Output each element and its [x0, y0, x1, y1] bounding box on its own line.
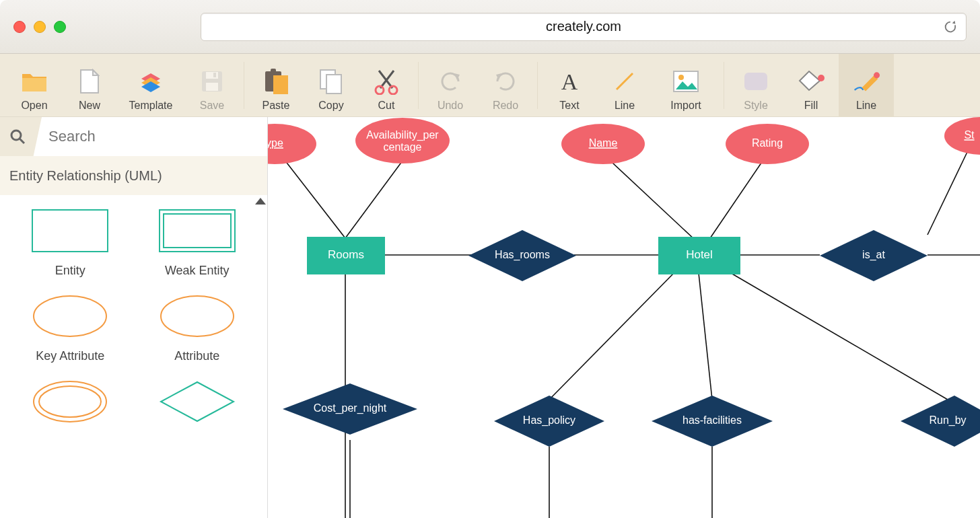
copy-button[interactable]: Copy [304, 54, 359, 117]
window-maximize-button[interactable] [54, 21, 66, 33]
shape-weak-entity[interactable]: Weak Entity [134, 209, 261, 278]
svg-point-26 [39, 386, 101, 417]
search-icon [9, 128, 26, 145]
svg-rect-20 [32, 210, 108, 252]
folder-icon [20, 67, 48, 96]
search-input[interactable] [42, 128, 259, 145]
svg-point-24 [161, 296, 234, 336]
shape-key-attribute[interactable]: Key Attribute [7, 294, 134, 363]
toolbar-label: Import [670, 100, 701, 112]
left-panel: Entity Relationship (UML) Entity Weak En… [0, 117, 268, 518]
redo-icon [491, 67, 520, 96]
toolbar-label: Line [615, 100, 635, 112]
svg-point-16 [818, 75, 825, 81]
paste-button[interactable]: Paste [248, 54, 304, 117]
shape-label: Entity [55, 264, 85, 278]
svg-rect-6 [273, 75, 288, 94]
toolbar-label: Style [744, 100, 768, 112]
fill-button[interactable]: Fill [783, 54, 839, 117]
svg-rect-1 [206, 72, 218, 79]
entity-hotel[interactable]: Hotel [658, 237, 740, 274]
svg-point-14 [678, 75, 684, 80]
svg-point-9 [376, 86, 384, 94]
connector[interactable] [280, 154, 345, 238]
line-tool-button[interactable]: Line [597, 54, 652, 117]
svg-text:Availability_per: Availability_per [366, 129, 439, 141]
text-icon: A [555, 67, 584, 96]
fill-icon [797, 67, 825, 96]
connector[interactable] [603, 154, 695, 240]
toolbar-separator [724, 62, 724, 109]
svg-rect-21 [160, 210, 235, 252]
connector[interactable] [709, 154, 767, 240]
connector[interactable] [345, 161, 403, 238]
browser-chrome: creately.com [0, 0, 980, 54]
import-button[interactable]: Import [652, 54, 720, 117]
shape-multivalued-attribute[interactable] [7, 379, 134, 435]
attribute-name[interactable]: Name [561, 124, 645, 164]
copy-icon [317, 67, 345, 96]
undo-button[interactable]: Undo [423, 54, 478, 117]
svg-text:Run_by: Run_by [929, 414, 966, 427]
new-button[interactable]: New [62, 54, 117, 117]
template-icon [137, 67, 165, 96]
reload-icon[interactable] [943, 20, 958, 34]
svg-rect-2 [206, 83, 218, 91]
relationship-shape-icon [158, 379, 236, 424]
text-button[interactable]: A Text [542, 54, 597, 117]
relationship-is-at[interactable]: is_at [820, 230, 928, 281]
shape-entity[interactable]: Entity [7, 209, 134, 278]
line-icon [610, 67, 639, 96]
svg-text:Rooms: Rooms [328, 248, 364, 261]
relationship-has-facilities[interactable]: has-facilities [652, 396, 773, 447]
toolbar-separator [537, 62, 538, 109]
multivalued-attribute-shape-icon [31, 379, 109, 424]
traffic-lights [13, 21, 66, 33]
line-style-button[interactable]: Line [839, 54, 894, 117]
svg-text:St: St [964, 129, 975, 141]
attribute-rating[interactable]: Rating [726, 124, 809, 164]
relationship-cost-per-night[interactable]: Cost_per_night [283, 383, 417, 435]
cut-button[interactable]: Cut [359, 54, 414, 117]
toolbar-label: Line [856, 100, 876, 112]
toolbar-label: Cut [378, 100, 395, 112]
entity-rooms[interactable]: Rooms [307, 237, 385, 274]
shape-attribute[interactable]: Attribute [134, 294, 261, 363]
redo-button[interactable]: Redo [478, 54, 533, 117]
svg-line-19 [20, 139, 24, 143]
svg-text:Cost_per_night: Cost_per_night [314, 402, 387, 414]
style-button[interactable]: Style [728, 54, 783, 117]
toolbar: Open New Template Save Paste Copy C [0, 54, 980, 117]
open-button[interactable]: Open [7, 54, 62, 117]
toolbar-label: Paste [262, 100, 290, 112]
shape-relationship[interactable] [134, 379, 261, 435]
shape-category-header[interactable]: Entity Relationship (UML) [0, 156, 267, 195]
svg-point-17 [874, 72, 880, 78]
relationship-has-policy[interactable]: Has_policy [494, 396, 604, 447]
address-bar[interactable]: creately.com [201, 13, 967, 41]
toolbar-label: Redo [493, 100, 518, 112]
toolbar-separator [418, 62, 419, 109]
category-label: Entity Relationship (UML) [9, 168, 162, 184]
attribute-type[interactable]: ype [268, 124, 316, 164]
connector[interactable] [549, 272, 675, 400]
save-button[interactable]: Save [184, 54, 240, 117]
template-button[interactable]: Template [117, 54, 184, 117]
relationship-has-rooms[interactable]: Has_rooms [468, 230, 576, 281]
connector[interactable] [928, 151, 968, 235]
connector[interactable] [699, 273, 712, 400]
attribute-availability[interactable]: Availability_per centage [355, 118, 450, 163]
connector[interactable] [731, 273, 948, 400]
svg-text:Has_policy: Has_policy [523, 414, 575, 427]
shape-label: Weak Entity [165, 264, 230, 278]
save-icon [198, 67, 226, 96]
relationship-run-by[interactable]: Run_by [901, 396, 980, 447]
svg-rect-3 [213, 73, 216, 77]
window-minimize-button[interactable] [34, 21, 46, 33]
window-close-button[interactable] [13, 21, 26, 33]
toolbar-label: New [79, 100, 100, 112]
attribute-st[interactable]: St [944, 117, 980, 155]
scroll-up-icon[interactable] [255, 198, 266, 205]
address-url: creately.com [546, 19, 621, 34]
diagram-canvas[interactable]: ype Availability_per centage Name Rating… [268, 117, 980, 518]
